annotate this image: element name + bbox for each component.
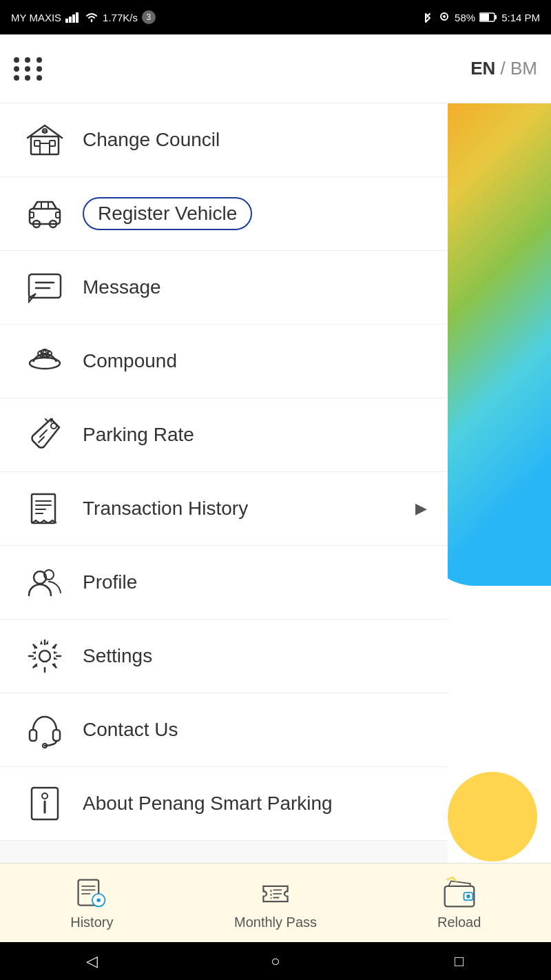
arrow-icon: ▶: [415, 500, 427, 518]
signal-icon: [65, 12, 81, 23]
svg-point-40: [39, 651, 50, 662]
contact-us-label: Contact Us: [83, 719, 178, 741]
menu-item-contact-us[interactable]: Contact Us: [0, 693, 448, 767]
svg-rect-8: [495, 15, 497, 19]
svg-rect-18: [56, 212, 60, 218]
svg-rect-0: [65, 19, 68, 23]
menu-item-change-council[interactable]: Change Council: [0, 103, 448, 177]
wifi-icon: [85, 12, 98, 23]
location-icon: [438, 12, 450, 23]
bluetooth-icon: [420, 12, 434, 23]
car-icon: [21, 190, 69, 238]
compound-icon: [21, 337, 69, 385]
lang-en[interactable]: EN: [470, 58, 495, 79]
reload-tab-label: Reload: [437, 915, 481, 930]
change-council-label: Change Council: [83, 129, 220, 151]
svg-rect-10: [40, 143, 50, 154]
monthly-pass-tab-label: Monthly Pass: [234, 915, 317, 930]
info-icon: [21, 779, 69, 828]
wallet-icon: [442, 876, 477, 910]
register-vehicle-label: Register Vehicle: [83, 197, 252, 230]
menu-item-compound[interactable]: Compound: [0, 325, 448, 398]
svg-rect-17: [30, 212, 34, 218]
menu-item-transaction-history[interactable]: Transaction History ▶: [0, 472, 448, 546]
history-tab-label: History: [70, 915, 113, 930]
menu-button[interactable]: [14, 54, 44, 84]
settings-label: Settings: [83, 645, 152, 667]
menu-item-settings[interactable]: Settings: [0, 620, 448, 693]
menu-item-parking-rate[interactable]: Parking Rate: [0, 398, 448, 472]
tab-monthly-pass[interactable]: Monthly Pass: [184, 876, 368, 930]
notification-badge: 3: [142, 10, 156, 24]
speed-text: 1.77K/s: [103, 12, 138, 23]
svg-rect-11: [34, 141, 40, 146]
svg-point-52: [97, 898, 101, 902]
tab-history[interactable]: History: [0, 876, 184, 930]
ticket-icon: [258, 876, 293, 910]
tag-icon: [21, 411, 69, 459]
about-label: About Penang Smart Parking: [83, 793, 333, 815]
battery-icon: [479, 12, 497, 22]
compound-label: Compound: [83, 350, 177, 372]
recent-button[interactable]: □: [446, 948, 473, 975]
receipt-icon: [21, 484, 69, 533]
settings-icon: [21, 632, 69, 680]
menu-item-about[interactable]: About Penang Smart Parking: [0, 767, 448, 841]
profile-icon: [21, 558, 69, 606]
bottom-tab-bar: History Monthly Pass Reload: [0, 863, 551, 942]
svg-line-32: [39, 437, 44, 442]
svg-point-5: [443, 15, 446, 18]
transaction-history-label: Transaction History: [83, 498, 248, 520]
menu-item-register-vehicle[interactable]: Register Vehicle: [0, 177, 448, 251]
headset-icon: [21, 706, 69, 754]
lang-bm[interactable]: BM: [510, 58, 537, 79]
svg-rect-3: [76, 12, 79, 23]
status-left: MY MAXIS 1.77K/s 3: [11, 10, 156, 24]
status-bar: MY MAXIS 1.77K/s 3 58% 5:14 PM: [0, 0, 551, 34]
menu-item-profile[interactable]: Profile: [0, 546, 448, 620]
svg-line-31: [40, 430, 47, 437]
language-switcher[interactable]: EN / BM: [470, 58, 537, 79]
status-right: 58% 5:14 PM: [420, 12, 540, 23]
svg-point-45: [42, 793, 48, 799]
android-nav-bar: ◁ ○ □: [0, 942, 551, 980]
svg-rect-42: [53, 730, 60, 741]
message-icon: [21, 263, 69, 312]
home-button[interactable]: ○: [262, 948, 289, 975]
svg-line-29: [45, 419, 48, 422]
battery-text: 58%: [455, 12, 475, 23]
svg-rect-2: [72, 14, 75, 23]
side-menu: Change Council Register Vehicle: [0, 103, 448, 897]
history-icon: [74, 876, 109, 910]
back-button[interactable]: ◁: [78, 948, 105, 975]
message-label: Message: [83, 276, 161, 298]
svg-rect-7: [480, 14, 489, 21]
tab-reload[interactable]: Reload: [367, 876, 551, 930]
svg-rect-1: [69, 17, 72, 23]
svg-rect-41: [30, 730, 37, 741]
svg-point-59: [466, 894, 470, 898]
building-icon: [21, 116, 69, 164]
time-text: 5:14 PM: [501, 12, 540, 23]
svg-point-28: [51, 423, 56, 429]
carrier-text: MY MAXIS: [11, 12, 61, 23]
parking-rate-label: Parking Rate: [83, 424, 194, 446]
menu-item-message[interactable]: Message: [0, 251, 448, 325]
app-header: EN / BM: [0, 34, 551, 103]
profile-label: Profile: [83, 571, 137, 593]
svg-rect-12: [50, 141, 55, 146]
